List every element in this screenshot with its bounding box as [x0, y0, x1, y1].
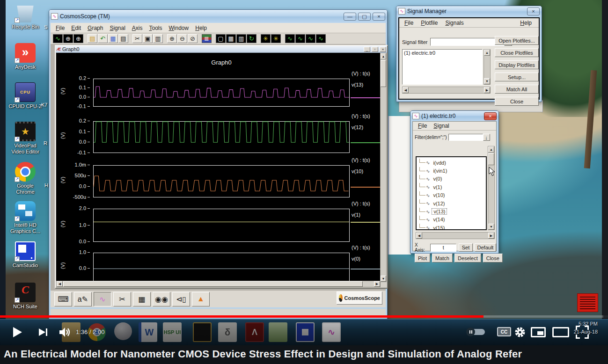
smith-chart-icon[interactable]: ⊕: [73, 34, 83, 43]
button-close-plotfiles[interactable]: Close Plotfiles: [495, 48, 539, 57]
graph-horizontal-scrollbar[interactable]: ◀ ▶: [56, 281, 381, 287]
wave-tool-3-icon[interactable]: ∿: [306, 34, 315, 43]
graph-hscroll-thumb[interactable]: [63, 281, 363, 287]
scroll-up-icon[interactable]: ▲: [488, 146, 494, 153]
signal-list-vscrollbar[interactable]: ▲ ▼: [488, 146, 495, 230]
plotfile-stack-icon[interactable]: ≣: [202, 34, 212, 43]
button-display-plotfiles[interactable]: Display Plotfiles: [495, 60, 539, 69]
menu-edit[interactable]: Edit: [69, 24, 85, 32]
plotfile-filter-input[interactable]: [448, 134, 483, 141]
menu-tools[interactable]: Tools: [147, 24, 167, 32]
menu-signal[interactable]: Signal: [431, 122, 453, 130]
polar-chart-icon[interactable]: ⊕: [63, 34, 73, 43]
new-graph-icon[interactable]: ▢: [216, 34, 226, 43]
signal-item[interactable]: ∿v(0): [417, 175, 486, 183]
menu-help[interactable]: Help: [518, 19, 536, 27]
graph0-minimize-button[interactable]: _: [364, 47, 370, 52]
measure-alt-icon[interactable]: ✳: [271, 34, 281, 43]
menu-signal[interactable]: Signal: [107, 24, 129, 32]
reel-tool-icon[interactable]: ◉◉: [153, 292, 170, 306]
update-icon[interactable]: ↻: [247, 34, 256, 43]
desktop-icon-chrome[interactable]: Google Chrome: [7, 162, 43, 195]
menu-file[interactable]: File: [53, 24, 69, 32]
xaxis-field[interactable]: t: [430, 244, 456, 252]
open-plotfile-icon[interactable]: ▤: [88, 34, 97, 43]
desktop-icon-anydesk[interactable]: AnyDesk: [7, 43, 43, 70]
signal-list-vscroll-thumb[interactable]: [488, 153, 494, 165]
paste-icon[interactable]: ▥: [153, 34, 163, 43]
scroll-down-icon[interactable]: ▼: [488, 224, 494, 230]
button-set[interactable]: Set: [459, 243, 473, 252]
menu-window[interactable]: Window: [167, 24, 193, 32]
desktop-icon-cpu-z[interactable]: CPUID CPU-Z: [7, 82, 43, 109]
desktop-icon-nch[interactable]: NCH Suite: [7, 283, 43, 310]
video-progress-bar[interactable]: [0, 315, 608, 318]
plotfile-filter-dropdown-icon[interactable]: ↓: [483, 134, 490, 141]
flow-tool-icon[interactable]: ⊲▯: [172, 292, 190, 306]
button-plot[interactable]: Plot: [415, 254, 430, 262]
print-icon[interactable]: ▤: [118, 34, 128, 43]
button-deselect[interactable]: Deselect: [454, 254, 481, 262]
minimize-button[interactable]: —: [344, 13, 356, 21]
scroll-right-icon[interactable]: ▶: [484, 87, 490, 93]
signal-manager-titlebar[interactable]: ∿ Signal Manager ×: [396, 6, 542, 16]
signal-item[interactable]: ∿i(vdd): [417, 159, 486, 167]
scroll-left-icon[interactable]: ◀: [57, 281, 63, 287]
desktop-icon-camstudio[interactable]: CamStudio: [7, 241, 43, 269]
menu-plotfile[interactable]: Plotfile: [418, 19, 442, 27]
signal-list-hscrollbar[interactable]: ◀ ▶: [416, 232, 495, 239]
plotfile-titlebar[interactable]: ∿ (1) electric.tr0 ×: [410, 111, 498, 121]
menu-file[interactable]: File: [416, 122, 431, 130]
save-icon[interactable]: ▦: [108, 34, 118, 43]
zoom-region-icon[interactable]: ⊘: [188, 34, 198, 43]
measure-icon[interactable]: ✳: [261, 34, 271, 43]
volume-icon[interactable]: [58, 326, 72, 339]
graph-plot-area[interactable]: Graph0 (V)0.20.10.0-0.1(V) : t(s)v(13)(V…: [56, 53, 381, 282]
zoom-out-icon[interactable]: ⊖: [177, 34, 187, 43]
cosmosscope-titlebar[interactable]: ∿ CosmosScope (TM) — ▢ ×: [49, 10, 387, 23]
scroll-down-icon[interactable]: ▼: [484, 78, 490, 84]
menu-axis[interactable]: Axis: [130, 24, 147, 32]
signal-manager-close-button[interactable]: ×: [527, 7, 540, 15]
captions-button[interactable]: CC: [497, 327, 511, 336]
desktop-icon-recycle-bin[interactable]: Recycle Bin: [7, 3, 43, 30]
signal-item[interactable]: ∿v(1): [417, 183, 486, 191]
signal-item[interactable]: ∿v(13): [417, 207, 486, 215]
plotfiles-hscrollbar[interactable]: ◀ ▶: [402, 87, 491, 94]
annotate-tool-icon[interactable]: a✎: [74, 292, 92, 306]
graph0-close-button[interactable]: ×: [380, 47, 386, 52]
button-default[interactable]: Default: [475, 243, 496, 252]
grid-icon[interactable]: ▦: [226, 34, 236, 43]
wave-tool-4-icon[interactable]: ∿: [316, 34, 326, 43]
plotfiles-vscrollbar[interactable]: ▲ ▼: [483, 49, 491, 85]
reload-icon[interactable]: ↶: [98, 34, 108, 43]
signal-list[interactable]: ∿i(vdd)∿i(vin1)∿v(0)∿v(1)∿v(10)∿v(12)∿v(…: [416, 156, 487, 230]
miniplayer-button[interactable]: [531, 327, 546, 337]
signal-item[interactable]: ∿v(15): [417, 224, 486, 230]
menu-file[interactable]: File: [402, 19, 418, 27]
menu-graph[interactable]: Graph: [85, 24, 107, 32]
scroll-left-icon[interactable]: ◀: [403, 87, 409, 93]
plotfile-close-button[interactable]: ×: [484, 112, 497, 120]
button-open-plotfiles[interactable]: Open Plotfiles...: [495, 36, 539, 45]
menu-signals[interactable]: Signals: [443, 19, 468, 27]
cut-icon[interactable]: ✂: [132, 34, 142, 43]
signal-item[interactable]: ∿v(14): [417, 216, 486, 224]
scroll-up-icon[interactable]: ▲: [381, 53, 386, 59]
button-setup[interactable]: Setup...: [495, 73, 539, 81]
scroll-up-icon[interactable]: ▲: [484, 50, 490, 56]
desktop-icon-intel-hd[interactable]: Intel® HD Graphics C...: [7, 201, 43, 234]
settings-gear-icon[interactable]: [514, 326, 526, 338]
button-close[interactable]: Close: [483, 254, 503, 262]
matlab-tool-icon[interactable]: ▲: [192, 292, 210, 306]
theater-mode-button[interactable]: [552, 327, 569, 337]
signal-item[interactable]: ∿v(10): [417, 191, 486, 199]
button-close[interactable]: Close: [495, 97, 539, 106]
probe-tool-icon[interactable]: ✂: [113, 292, 131, 306]
maximize-button[interactable]: ▢: [358, 13, 371, 21]
desktop-icon-videopad[interactable]: VideoPad Video Editor: [7, 122, 43, 154]
close-button[interactable]: ×: [373, 13, 385, 21]
signal-filter-input[interactable]: [430, 38, 504, 46]
plotfiles-list[interactable]: (1) electric.tr0: [402, 49, 483, 85]
calculator-tool-icon[interactable]: ▦: [133, 292, 151, 306]
